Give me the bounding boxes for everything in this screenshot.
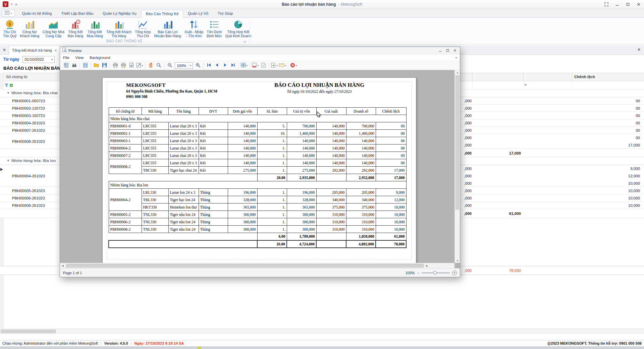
close-panel-button[interactable]: ✕ [637,47,641,52]
column-header-so-chung-tu[interactable]: Số chứng từ [6,73,28,81]
zoom-in-button[interactable] [194,62,202,69]
grid-hscrollbar-thumb[interactable] [1,330,56,333]
magnifier-button[interactable] [155,62,162,69]
preview-vscrollbar[interactable]: ▲ ▼ [454,70,460,263]
first-page-button[interactable] [205,62,213,69]
from-date-combo[interactable]: 01/10/2022 ▾ [22,56,55,63]
ribbon-button-5[interactable]: Tổng Kết KháchTrả Hàng [105,18,133,38]
preview-minimize-button[interactable] [439,48,442,53]
column-header-chenh-lech[interactable]: Chênh lệch [574,73,595,81]
prev-page-button[interactable] [213,62,221,69]
zoom-slider[interactable] [422,273,450,273]
preview-titlebar[interactable]: Preview [60,47,460,54]
ribbon-tab-3[interactable]: Báo Cáo Thống Kê [141,10,183,18]
close-document-button[interactable]: ✕ [0,46,9,54]
document-map-button[interactable] [62,62,70,69]
zoom-out-slider-icon[interactable]: − [417,271,419,275]
group-expand-icon[interactable]: ▼ [7,159,10,162]
scale-button[interactable]: ▾ [136,62,143,69]
scroll-right-icon[interactable]: ▶ [424,263,430,268]
report-data-row: PBH00004-2LRC355Larue chai 20 x 3Két140,… [109,144,406,152]
chevron-down-icon[interactable]: ▾ [285,64,286,67]
taskbar-app-icon[interactable] [197,347,201,349]
preview-hscrollbar-thumb[interactable] [66,264,424,268]
preview-vscrollbar-thumb[interactable] [455,75,459,210]
preview-toolbar: ▾100%▾▾▾▾▾▾ [60,61,460,70]
preview-hscrollbar[interactable]: ◀ ▶ [60,263,454,268]
chevron-down-icon[interactable]: ▾ [276,64,278,67]
search-button[interactable] [70,62,78,69]
zoom-in-slider-icon[interactable]: + [452,271,457,275]
page-color-button[interactable]: ▾ [252,62,259,69]
quick-print-button[interactable] [120,62,127,69]
report-name-cell: Larue chai 20 x 3 [168,152,199,159]
print-button[interactable] [112,62,119,69]
scroll-down-icon[interactable]: ▼ [455,258,460,263]
ribbon-button-8[interactable]: Xuất - Nhập- Tồn Kho [183,18,205,38]
report-unit-cell: Két [199,159,228,167]
chevron-down-icon[interactable]: ▾ [188,63,193,68]
save-button[interactable] [101,62,108,69]
ribbon-button-7[interactable]: Báo Cáo LợiNhuận Bán Hàng [152,18,183,38]
report-page: MEKONGSOFT 64 Nguyễn Đình Chiểu, Phường … [102,77,416,264]
chevron-down-icon[interactable]: ▾ [455,56,460,59]
quick-access-dropdown-icon[interactable]: ▾ [11,3,12,6]
page-setup-button[interactable] [128,62,135,69]
menu-file[interactable]: File [60,56,72,60]
grid-hscrollbar[interactable] [0,329,644,334]
app-logo[interactable]: V [3,1,8,7]
zoom-slider-knob[interactable] [433,271,437,275]
close-button[interactable] [636,2,641,7]
ribbon-tab-0[interactable]: Quản trị hệ thống [17,9,57,17]
multipage-button[interactable]: ▾ [240,62,248,69]
ribbon-tab-1[interactable]: Thiết Lập Ban Đầu [56,9,98,17]
ribbon-tab-5[interactable]: Trợ Giúp [213,9,237,17]
maximize-button[interactable] [625,2,631,7]
group-collapse-icon[interactable] [243,40,246,44]
ribbon-tab-4[interactable]: Quản Lý Vỏ [183,9,213,17]
customize-grid-button[interactable] [82,62,89,69]
scroll-up-icon[interactable]: ▲ [455,70,460,75]
ribbon-tab-2[interactable]: Quản Lý Nghiệp Vụ [98,9,141,17]
close-red-button[interactable]: ▾ [290,62,297,69]
zoom-combo[interactable]: 100%▾ [175,62,193,69]
document-tab-0[interactable]: Tổng kết khách trả hàng✕ [9,46,60,55]
scroll-left-icon[interactable]: ◀ [60,263,65,268]
preview-menubar: File View Background ▾ [60,54,460,61]
watermark-button[interactable] [260,62,267,69]
preview-maximize-button[interactable] [446,48,449,53]
mail-button[interactable]: ▾ [279,62,286,69]
app-menu-button[interactable]: ▾ [2,10,15,17]
ribbon-button-3[interactable]: Tổng KếtBán Hàng [66,18,85,38]
chevron-down-icon[interactable]: ▾ [296,64,297,67]
add-filter-icon[interactable] [9,83,13,88]
last-page-button[interactable] [229,62,237,69]
next-page-button[interactable] [221,62,229,69]
filter-operator[interactable]: = [524,82,527,87]
quick-access-customize-icon[interactable]: ≡ [15,2,17,6]
chevron-down-icon[interactable]: ▾ [50,58,54,61]
chevron-down-icon[interactable]: ▾ [247,64,248,67]
minimize-button[interactable] [614,2,620,7]
export-button[interactable]: ▾ [271,62,278,69]
chevron-down-icon[interactable]: ▾ [142,64,143,67]
hand-button[interactable] [147,62,154,69]
group-expand-icon[interactable]: ▼ [7,91,10,95]
zoom-out-button[interactable] [166,62,173,69]
fullscreen-button[interactable] [604,2,609,7]
ribbon-button-9[interactable]: Tồn DướiĐịnh Mức [205,18,224,38]
open-button[interactable] [93,62,100,69]
ribbon-button-10[interactable]: Tổng Hợp KếtQuả Kinh Doanh [224,18,253,38]
ribbon-button-1[interactable]: Công NợKhách Hàng [18,18,41,38]
ribbon-button-4[interactable]: Tổng KếtMua Hàng [85,18,104,38]
funnel-icon[interactable] [5,83,8,88]
ribbon-button-6[interactable]: Tổng HợpThu Chi [133,18,152,38]
menu-background[interactable]: Background [87,56,113,60]
ribbon-button-0[interactable]: $Thu ChiTồn Quỹ [1,18,18,38]
ribbon-button-2[interactable]: Công Nợ NhàCung Cấp [41,18,66,38]
preview-close-button[interactable] [453,48,457,53]
menu-view[interactable]: View [72,56,87,60]
chevron-down-icon[interactable]: ▾ [257,64,259,67]
report-unit-cell: Thùng [199,196,228,203]
tab-close-icon[interactable]: ✕ [54,49,57,52]
